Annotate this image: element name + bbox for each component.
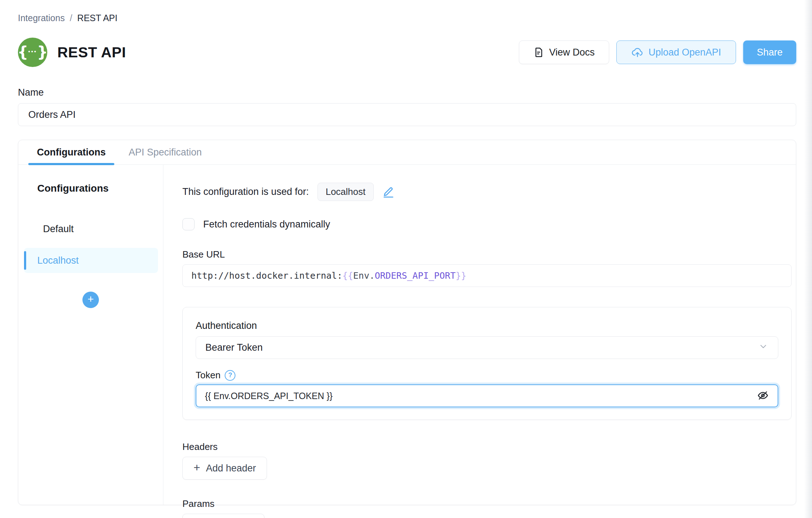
edit-environment-icon[interactable] [382,186,395,198]
tab-configurations[interactable]: Configurations [28,140,114,164]
headers-label: Headers [182,441,792,452]
cloud-upload-icon [631,46,644,58]
sidebar-item-label: Default [43,224,74,235]
view-docs-label: View Docs [549,47,594,58]
authentication-select[interactable]: Bearer Token [196,336,778,359]
document-icon [533,47,544,58]
sidebar-item-label: Localhost [37,255,79,266]
help-icon[interactable]: ? [225,370,235,381]
configuration-panel: This configuration is used for: Localhos… [163,165,797,505]
sidebar-item-default[interactable]: Default [24,216,158,241]
page-header: { ••• } REST API View Docs [18,38,796,67]
fetch-credentials-checkbox[interactable] [182,218,195,230]
base-url-label: Base URL [182,249,792,260]
upload-openapi-button[interactable]: Upload OpenAPI [616,40,736,64]
name-input[interactable] [18,103,796,126]
breadcrumb: Integrations / REST API [18,13,796,23]
breadcrumb-separator: / [70,13,72,23]
fetch-credentials-label: Fetch credentials dynamically [203,219,330,230]
chevron-down-icon [758,341,769,354]
logo-left-brace: { [18,45,28,60]
card-body: Configurations Default Localhost + This … [18,165,796,505]
authentication-selected-value: Bearer Token [205,342,263,353]
scrollbar-gutter[interactable] [804,0,812,518]
base-url-close-braces: }} [456,270,467,281]
rest-api-settings-page: Integrations / REST API { ••• } REST API… [0,0,812,518]
configurations-sidebar: Configurations Default Localhost + [18,165,163,505]
plus-icon: + [194,462,200,473]
share-button[interactable]: Share [743,40,796,64]
base-url-host: http://host.docker.internal: [191,270,342,281]
token-input-wrapper [196,384,778,407]
datasource-card: Configurations API Specification Configu… [18,140,796,505]
base-url-variable: ORDERS_API_PORT [375,270,456,281]
base-url-open-braces: {{ [342,270,353,281]
environment-badge: Localhost [317,183,374,201]
page-title: REST API [57,44,126,61]
toggle-token-visibility-button[interactable] [757,389,769,403]
view-docs-button[interactable]: View Docs [519,40,609,64]
plus-icon: + [87,294,94,304]
sidebar-item-localhost[interactable]: Localhost [24,248,158,273]
add-configuration-button[interactable]: + [82,292,99,308]
title-group: { ••• } REST API [18,38,126,67]
add-header-button[interactable]: + Add header [182,457,267,480]
tab-bar: Configurations API Specification [18,140,796,165]
rest-api-logo-icon: { ••• } [18,38,47,67]
params-section: Params + Add param [182,498,792,518]
used-for-row: This configuration is used for: Localhos… [182,183,792,201]
token-label-row: Token ? [196,370,778,381]
breadcrumb-current: REST API [77,13,118,23]
used-for-text: This configuration is used for: [182,186,309,197]
base-url-env-prefix: Env. [353,270,375,281]
name-label: Name [18,87,796,98]
fetch-credentials-row: Fetch credentials dynamically [182,218,792,230]
add-param-button[interactable]: + Add param [182,514,264,518]
params-label: Params [182,498,792,509]
eye-off-icon [757,389,769,403]
base-url-input[interactable]: http://host.docker.internal:{{Env.ORDERS… [182,264,792,287]
headers-section: Headers + Add header [182,441,792,480]
logo-right-brace: } [37,45,48,60]
add-header-label: Add header [206,463,256,474]
share-label: Share [757,47,783,58]
tab-api-specification[interactable]: API Specification [120,140,210,164]
sidebar-heading: Configurations [18,183,163,194]
token-input[interactable] [205,391,757,401]
logo-dots: ••• [28,49,37,54]
token-label: Token [196,370,220,381]
upload-openapi-label: Upload OpenAPI [649,47,721,58]
breadcrumb-integrations-link[interactable]: Integrations [18,13,65,23]
authentication-heading: Authentication [196,320,778,331]
header-actions: View Docs Upload OpenAPI Share [519,40,796,64]
authentication-card: Authentication Bearer Token Token ? [182,307,792,420]
